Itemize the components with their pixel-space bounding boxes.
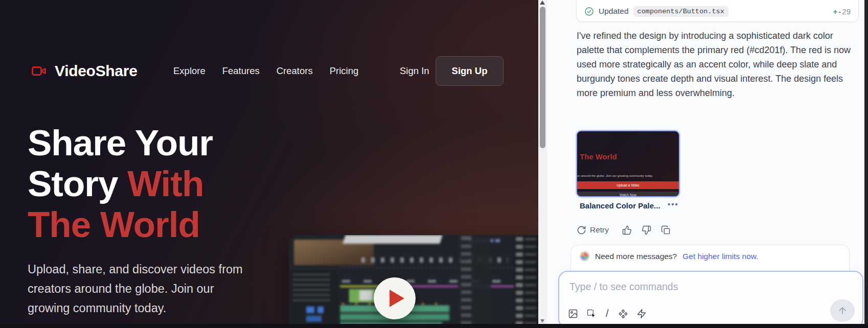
diff-count: 29	[842, 7, 851, 16]
composer-toolbar: /	[568, 308, 647, 319]
diff-plus: +	[833, 7, 838, 16]
limits-banner-row: Need more messages? Get higher limits no…	[580, 251, 758, 261]
file-update-row: Updated components/Button.tsx + - 29	[584, 5, 851, 18]
thumb-red-button: Upload a Video	[577, 181, 679, 189]
screen: VideoShare Explore Features Creators Pri…	[0, 0, 868, 328]
send-button[interactable]	[830, 299, 855, 322]
components-icon[interactable]	[618, 309, 628, 319]
diff-stat: + - 29	[833, 7, 851, 16]
retry-button[interactable]: Retry	[577, 225, 609, 235]
editor-bin-rows	[293, 274, 330, 304]
site-nav: Explore Features Creators Pricing	[173, 56, 358, 86]
thumb-dark-button: Watch Now	[577, 192, 679, 197]
message-actions: Retry	[577, 224, 671, 236]
arrow-up-icon	[837, 306, 848, 316]
site-preview: VideoShare Explore Features Creators Pri…	[0, 0, 538, 328]
play-icon	[390, 290, 404, 307]
editor-screenshot	[289, 235, 538, 328]
editor-effects-thumbs	[516, 237, 523, 326]
assistant-panel: Updated components/Button.tsx + - 29 I'v…	[547, 0, 864, 328]
retry-icon	[577, 225, 586, 235]
get-higher-limits-link[interactable]: Get higher limits now.	[682, 252, 758, 261]
editor-clip-blue	[317, 307, 324, 313]
play-button[interactable]	[374, 277, 416, 319]
editor-timeline-labels	[342, 280, 518, 283]
video-camera-icon	[29, 63, 49, 79]
thumbs-down-icon	[642, 225, 651, 235]
hero-title: Share Your Story With The World	[28, 123, 264, 245]
editor-clip-blue	[306, 307, 314, 313]
attach-image-icon[interactable]	[568, 309, 578, 319]
version-menu-ellipsis-icon[interactable]: •••	[668, 200, 679, 208]
chat-composer[interactable]: /	[558, 271, 863, 328]
diff-minus: -	[838, 7, 841, 16]
thumb-hero-body: ...ation around the globe. Join our grow…	[576, 174, 653, 177]
hero-subtitle: Upload, share, and discover videos from …	[28, 260, 253, 318]
editor-clip-blue	[306, 316, 322, 322]
assistant-message: I've refined the design by introducing a…	[577, 29, 857, 100]
retry-label: Retry	[590, 225, 609, 235]
sign-up-button[interactable]: Sign Up	[436, 56, 504, 86]
scrollbar-thumb[interactable]	[540, 7, 545, 148]
sign-in-link[interactable]: Sign In	[400, 56, 429, 86]
thumbs-up-button[interactable]	[622, 225, 632, 235]
brand-name: VideoShare	[55, 62, 138, 80]
video-editor-preview-image	[289, 235, 538, 328]
window-edge-bottom	[0, 324, 868, 328]
brand-logo[interactable]: VideoShare	[29, 56, 138, 86]
scroll-up-arrow-icon[interactable]	[540, 1, 545, 5]
nav-link-explore[interactable]: Explore	[173, 65, 205, 77]
limits-text: Need more messages?	[595, 252, 677, 261]
nav-link-creators[interactable]: Creators	[277, 65, 313, 77]
chat-input[interactable]	[569, 279, 794, 294]
window-edge-right	[864, 0, 868, 328]
copy-button[interactable]	[661, 225, 671, 235]
status-label: Updated	[599, 7, 629, 16]
slash-command-icon[interactable]: /	[605, 308, 610, 319]
scroll-down-arrow-icon[interactable]	[540, 319, 544, 323]
editor-video-clip	[359, 290, 373, 300]
vertical-scrollbar[interactable]	[538, 0, 547, 328]
usage-pie-icon	[580, 251, 589, 261]
editor-effects-labels	[525, 238, 536, 325]
check-circle-icon	[584, 7, 594, 16]
thumb-hero-heading: h The World	[576, 153, 617, 161]
editor-effects-list	[514, 235, 538, 328]
nav-link-pricing[interactable]: Pricing	[330, 65, 359, 77]
nav-link-features[interactable]: Features	[222, 65, 260, 77]
site-header: VideoShare Explore Features Creators Pri…	[29, 56, 510, 86]
thumbs-up-icon	[622, 225, 632, 235]
select-element-icon[interactable]	[586, 309, 597, 319]
version-preview-thumbnail[interactable]: h The World ...ation around the globe. J…	[576, 130, 680, 197]
quick-actions-icon[interactable]	[636, 309, 647, 319]
editor-effects-column	[458, 235, 491, 328]
thumbs-down-button[interactable]	[642, 225, 651, 235]
copy-icon	[661, 225, 671, 235]
version-name[interactable]: Balanced Color Pale...	[580, 201, 660, 210]
file-update-card[interactable]: Updated components/Button.tsx + - 29	[576, 0, 859, 22]
file-path-chip: components/Button.tsx	[633, 6, 728, 17]
editor-program-monitor	[342, 235, 443, 244]
editor-timeline-ruler	[340, 267, 520, 268]
